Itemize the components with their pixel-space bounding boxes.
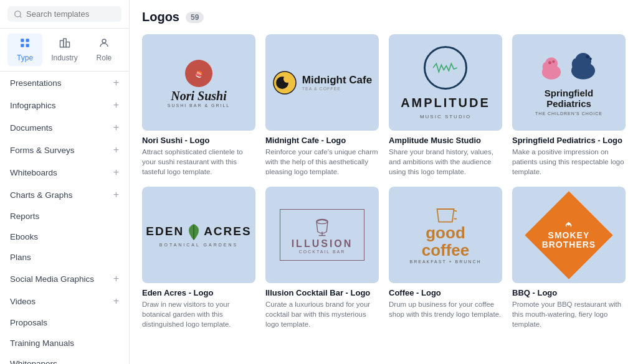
nav-section: Presentations + Infographics + Documents… [0,72,129,364]
template-name-3: Springfield Pediatrics - Logo [512,136,626,145]
coffee-cup-icon [434,206,457,223]
tab-role[interactable]: Role [87,34,121,66]
nav-whitepapers-label: Whitepapers [10,359,57,364]
template-name-5: Illusion Cocktail Bar - Logo [265,288,379,297]
nav-charts[interactable]: Charts & Graphs + [0,184,129,206]
svg-point-23 [572,58,579,70]
nav-videos[interactable]: Videos + [0,290,129,312]
nav-charts-label: Charts & Graphs [10,190,73,200]
search-icon [14,10,22,19]
type-icon [19,37,31,51]
nav-whiteboards[interactable]: Whiteboards + [0,161,129,184]
template-desc-3: Make a positive impression on patients u… [512,147,626,177]
nav-forms-label: Forms & Surveys [10,146,75,155]
template-name-0: Nori Sushi - Logo [142,136,255,145]
template-desc-0: Attract sophisticated clientele to your … [142,147,255,177]
template-thumb-amplitude: AMPLITUDE MUSIC STUDIO [389,34,502,131]
illusion-cup-icon [311,216,333,238]
nav-documents[interactable]: Documents + [0,116,129,139]
nav-plans-label: Plans [10,253,31,262]
eden-leaf-icon [188,223,200,240]
nori-sushi-circle-icon: 🍣 [183,58,214,89]
svg-point-19 [548,61,551,64]
nav-infographics-label: Infographics [10,101,56,110]
nav-presentations-label: Presentations [10,78,62,88]
nav-training[interactable]: Training Manuals [0,333,129,353]
template-card-midnight-cafe[interactable]: Midnight Cafe TEA & COFFEE Midnight Cafe… [265,34,379,177]
main-content: Logos 59 🍣 Nori Sushi SUSHI BAR & GRILL … [130,0,638,364]
template-thumb-eden-acres: EDEN ACRES BOTANICAL GARDENS [142,187,255,283]
template-name-6: Coffee - Logo [389,288,502,297]
template-name-2: Amplitude Music Studio [389,136,502,145]
svg-point-20 [552,60,555,63]
midnight-cafe-logo-icon [272,70,297,95]
svg-rect-8 [66,42,69,47]
nav-documents-label: Documents [10,123,52,133]
tab-industry[interactable]: Industry [45,34,84,66]
nav-social[interactable]: Social Media Graphics + [0,268,129,290]
svg-point-15 [283,75,291,83]
plus-icon: + [113,100,119,111]
plus-icon: + [113,167,119,178]
template-thumb-coffee: good coffee BREAKFAST + BRUNCH [389,187,502,283]
elephant-pink-icon [538,55,564,82]
svg-rect-6 [60,40,63,47]
bbq-flame-icon [562,220,576,230]
nav-proposals[interactable]: Proposals [0,312,129,333]
nav-proposals-label: Proposals [10,318,47,327]
elephant-area [538,49,599,82]
plus-icon: + [113,122,119,133]
svg-rect-4 [21,44,24,47]
template-grid: 🍣 Nori Sushi SUSHI BAR & GRILL Nori Sush… [142,34,626,330]
svg-line-1 [20,16,22,17]
tab-type[interactable]: Type [7,34,42,66]
template-thumb-springfield: SpringfieldPediatrics THE CHILDREN'S CHO… [512,34,626,131]
template-thumb-nori-sushi: 🍣 Nori Sushi SUSHI BAR & GRILL [142,34,255,131]
elephant-blue-icon [567,49,599,82]
svg-point-9 [102,39,106,43]
template-desc-6: Drum up business for your coffee shop wi… [389,299,502,319]
template-card-nori-sushi[interactable]: 🍣 Nori Sushi SUSHI BAR & GRILL Nori Sush… [142,34,255,177]
nav-plans[interactable]: Plans [0,247,129,268]
amplitude-circle [424,46,467,90]
template-desc-2: Share your brand history, values, and am… [389,147,502,177]
nav-social-label: Social Media Graphics [10,274,94,284]
tab-role-label: Role [97,54,112,62]
template-desc-4: Draw in new visitors to your botanical g… [142,299,255,329]
template-name-4: Eden Acres - Logo [142,288,255,297]
template-card-bbq[interactable]: SMOKEYBROTHERS BBQ - Logo Promote your B… [512,187,626,329]
plus-icon: + [113,296,119,307]
nav-whitepapers[interactable]: Whitepapers [0,353,129,364]
template-card-amplitude[interactable]: AMPLITUDE MUSIC STUDIO Amplitude Music S… [389,34,502,177]
nav-presentations[interactable]: Presentations + [0,72,129,94]
industry-icon [59,37,70,51]
template-card-illusion[interactable]: ILLUSION COCKTAIL BAR Illusion Cocktail … [265,187,379,329]
nav-training-label: Training Manuals [10,338,74,348]
svg-point-25 [589,58,591,60]
svg-text:🍣: 🍣 [195,70,203,78]
template-name-7: BBQ - Logo [512,288,626,297]
tab-industry-label: Industry [51,54,78,62]
template-thumb-illusion: ILLUSION COCKTAIL BAR [265,187,379,283]
template-card-eden-acres[interactable]: EDEN ACRES BOTANICAL GARDENS Eden Acres … [142,187,255,329]
nav-ebooks[interactable]: Ebooks [0,226,129,247]
tab-type-label: Type [17,54,33,62]
nav-ebooks-label: Ebooks [10,232,38,241]
nav-infographics[interactable]: Infographics + [0,94,129,116]
bbq-diamond: SMOKEYBROTHERS [525,191,612,279]
nav-reports[interactable]: Reports [0,206,129,226]
svg-rect-3 [26,39,29,42]
svg-point-24 [586,55,589,58]
template-card-springfield[interactable]: SpringfieldPediatrics THE CHILDREN'S CHO… [512,34,626,177]
plus-icon: + [113,189,119,200]
amplitude-wave-icon [433,62,458,74]
count-badge: 59 [186,12,204,23]
nav-forms[interactable]: Forms & Surveys + [0,139,129,161]
template-thumb-bbq: SMOKEYBROTHERS [512,187,626,283]
template-name-1: Midnight Cafe - Logo [265,136,379,145]
plus-icon: + [113,77,119,88]
search-input[interactable] [26,9,115,19]
nav-whiteboards-label: Whiteboards [10,168,57,177]
template-card-coffee[interactable]: good coffee BREAKFAST + BRUNCH Coffee - … [389,187,502,329]
svg-point-0 [15,11,21,16]
